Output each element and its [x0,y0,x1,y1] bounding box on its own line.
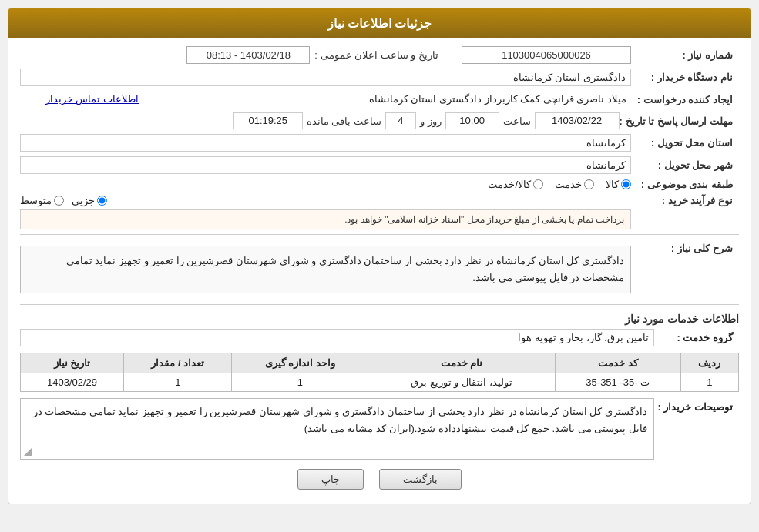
category-option-service-label: خدمت [555,179,582,190]
category-radio-goods-service[interactable] [533,179,543,189]
process-radio-medium[interactable] [54,196,64,206]
col-header-row: ردیف [680,353,738,373]
creator-value: میلاد ناصری قرانچی کمک کاربرداز دادگستری… [146,91,631,108]
province-label: استان محل تحویل : [631,137,739,149]
table-row: 1ت -35- 351-35تولید، انتقال و توزیع برق1… [21,373,739,392]
deadline-label: مهلت ارسال پاسخ تا تاریخ : [620,115,739,127]
category-option-service[interactable]: خدمت [555,179,594,190]
process-option-medium[interactable]: متوسط [20,195,64,206]
page-title: جزئیات اطلاعات نیاز [8,8,751,38]
buyer-notes-section: توصیحات خریدار : دادگستری کل استان کرمان… [20,398,739,460]
category-option-goods-service-label: کالا/خدمت [488,179,531,190]
city-label: شهر محل تحویل : [631,159,739,171]
category-label: طبقه بندی موضوعی : [631,179,739,190]
contact-link[interactable]: اطلاعات تماس خریدار [20,91,143,108]
category-option-goods[interactable]: کالا [606,179,631,190]
need-number-value: 1103004065000026 [462,46,631,64]
deadline-time: 10:00 [445,112,499,129]
service-group-label: گروه خدمت : [654,332,739,343]
process-option-medium-label: متوسط [20,195,52,206]
deadline-day-label: روز و [420,115,442,127]
service-group-value: تامین برق، گاز، بخار و تهویه هوا [20,329,654,346]
description-text: دادگستری کل استان کرمانشاه در نظر دارد ب… [20,246,631,293]
remaining-time: 01:19:25 [233,112,303,129]
process-radio-minor[interactable] [97,196,107,206]
process-option-minor[interactable]: جزیی [72,195,107,206]
announce-value: 1403/02/18 - 08:13 [186,46,310,64]
category-option-goods-service[interactable]: کالا/خدمت [488,179,543,190]
org-value: دادگستری استان کرمانشاه [20,69,631,86]
buyer-notes-label: توصیحات خریدار : [654,398,739,413]
process-note: پرداخت تمام یا بخشی از مبلغ خریداز محل "… [20,209,631,229]
org-label: نام دستگاه خریدار : [631,72,739,83]
process-label: نوع فرآیند خرید : [631,195,739,206]
deadline-days: 4 [385,112,416,129]
creator-label: ایجاد کننده درخواست : [631,94,739,105]
deadline-time-label: ساعت [503,115,531,127]
col-header-qty: تعداد / مقدار [124,353,232,373]
category-radio-service[interactable] [584,179,594,189]
back-button[interactable]: بازگشت [379,469,462,490]
city-value: کرمانشاه [20,156,631,174]
col-header-date: تاریخ نیاز [21,353,124,373]
announce-label: تاریخ و ساعت اعلان عمومی : [314,49,438,61]
buttons-row: بازگشت چاپ [20,469,739,490]
col-header-unit: واحد اندازه گیری [232,353,368,373]
services-section-title: اطلاعات خدمات مورد نیاز [20,313,739,325]
process-option-minor-label: جزیی [72,195,95,206]
remaining-label: ساعت باقی مانده [307,115,381,127]
province-value: کرمانشاه [20,134,631,152]
description-label: شرح کلی نیاز : [631,239,739,254]
category-radio-goods[interactable] [621,179,631,189]
category-options: کالا/خدمت خدمت کالا [20,179,631,190]
buyer-notes-text: دادگستری کل استان کرمانشاه در نظر دارد ب… [20,398,654,460]
print-button[interactable]: چاپ [297,469,364,490]
category-option-goods-label: کالا [606,179,619,190]
deadline-date: 1403/02/22 [535,112,620,129]
need-number-label: شماره نیاز : [631,49,739,61]
services-table: ردیف کد خدمت نام خدمت واحد اندازه گیری ت… [20,353,739,392]
col-header-code: کد خدمت [555,353,680,373]
col-header-name: نام خدمت [368,353,556,373]
